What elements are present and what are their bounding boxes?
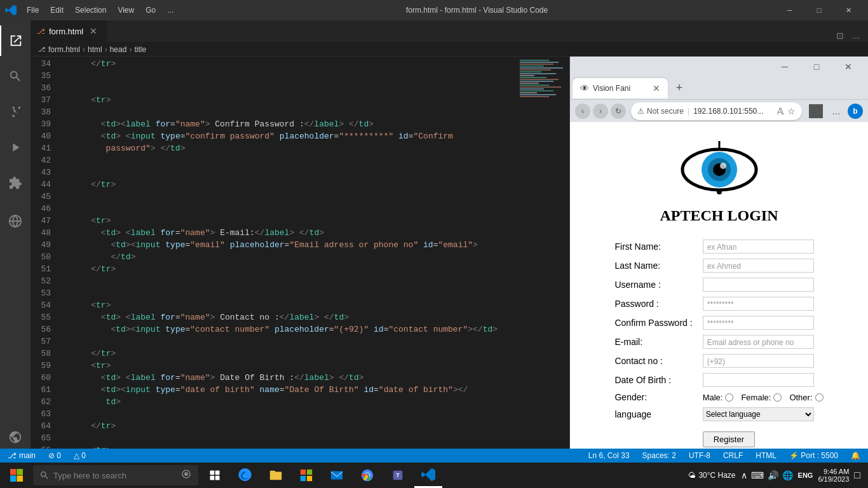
female-radio[interactable] [773, 393, 782, 402]
code-content[interactable]: </tr> <tr> <td><label for="name"> Confir… [61, 57, 569, 488]
taskbar-mail[interactable] [323, 463, 351, 488]
menu-go[interactable]: Go [140, 4, 161, 16]
forward-button[interactable]: › [593, 104, 608, 119]
spaces: Spaces: 2 [642, 451, 676, 460]
clock[interactable]: 9:46 AM 6/19/2023 [818, 468, 849, 483]
register-button[interactable]: Register [703, 431, 755, 447]
breadcrumb-file[interactable]: ⎇ form.html [38, 45, 80, 54]
login-title: APTECH LOGIN [660, 207, 778, 224]
dob-input[interactable] [703, 373, 814, 387]
browser-minimize-btn[interactable]: ─ [770, 57, 799, 77]
more-actions-button[interactable]: … [849, 29, 863, 42]
line-ending-item[interactable]: CRLF [721, 451, 745, 460]
activity-remote[interactable] [0, 206, 31, 236]
browser-close-btn[interactable]: ✕ [834, 57, 863, 77]
network-icon[interactable]: 🌐 [782, 470, 793, 480]
minimap[interactable] [519, 57, 569, 488]
first-name-input[interactable] [703, 240, 814, 254]
activity-source-control[interactable] [0, 97, 31, 127]
confirm-password-input[interactable] [703, 316, 814, 330]
bookmark-icon[interactable]: ☆ [787, 106, 796, 116]
chevron-up-icon[interactable]: ∧ [741, 470, 747, 480]
other-radio[interactable] [815, 393, 824, 402]
taskbar-edge[interactable] [231, 463, 259, 488]
weather-info[interactable]: 🌤 30°C Haze [688, 471, 735, 480]
split-editor-button[interactable]: ⊡ [834, 29, 846, 42]
keyboard-icon[interactable]: ⌨ [751, 470, 764, 480]
breadcrumb-title[interactable]: title [134, 45, 146, 54]
browser-tab-vision-fani[interactable]: 👁 Vision Fani ✕ [573, 78, 668, 98]
back-button[interactable]: ‹ [575, 104, 590, 119]
more-button[interactable]: … [827, 102, 845, 120]
port-item[interactable]: ⚡ Port : 5500 [787, 451, 841, 460]
profile-button[interactable] [807, 102, 825, 120]
svg-point-9 [184, 472, 188, 476]
git-branch-icon: ⎇ [8, 451, 17, 460]
activity-extensions[interactable] [0, 168, 31, 198]
notifications-item[interactable]: 🔔 [848, 451, 863, 460]
status-right: Ln 6, Col 33 Spaces: 2 UTF-8 CRLF HTML ⚡… [586, 451, 863, 460]
language-indicator[interactable]: ENG [798, 471, 813, 479]
warnings-item[interactable]: △ 0 [71, 451, 88, 460]
last-name-input[interactable] [703, 259, 814, 273]
cursor-position-item[interactable]: Ln 6, Col 33 [586, 451, 632, 460]
menu-edit[interactable]: Edit [45, 4, 69, 16]
taskbar-task-view[interactable] [201, 463, 229, 488]
email-input[interactable] [703, 335, 814, 349]
encoding-item[interactable]: UTF-8 [686, 451, 713, 460]
code-line: <td> <label for="name"> Date Of Birth :<… [71, 372, 569, 384]
close-button[interactable]: ✕ [834, 0, 863, 20]
taskbar-vscode[interactable] [414, 463, 442, 488]
taskbar-search[interactable]: Type here to search [33, 465, 198, 485]
minimize-button[interactable]: ─ [775, 0, 804, 20]
username-label: Username : [609, 275, 697, 294]
eye-logo [675, 135, 764, 198]
activity-run[interactable] [0, 132, 31, 163]
last-name-label: Last Name: [609, 256, 697, 275]
reload-button[interactable]: ↻ [611, 104, 626, 119]
menu-file[interactable]: File [22, 4, 44, 16]
code-line: <tr> [71, 360, 569, 372]
taskbar-store[interactable] [292, 463, 320, 488]
browser-maximize-btn[interactable]: □ [802, 57, 831, 77]
password-input[interactable] [703, 297, 814, 311]
code-line [71, 336, 569, 348]
menu-selection[interactable]: Selection [70, 4, 111, 16]
new-tab-button[interactable]: + [670, 79, 688, 97]
code-editor[interactable]: 3435363738 3940 4142 4344454647 48495051… [31, 57, 569, 488]
language-select[interactable]: Select language English Urdu Arabic [703, 407, 814, 421]
tab-form-html[interactable]: ⎇ form.html ✕ [31, 20, 107, 42]
activity-search[interactable] [0, 61, 31, 92]
taskbar-chrome[interactable] [353, 463, 381, 488]
menu-more[interactable]: ... [162, 4, 179, 16]
menu-view[interactable]: View [112, 4, 139, 16]
tab-close-button[interactable]: ✕ [90, 26, 97, 36]
breadcrumb-html[interactable]: html [88, 45, 102, 54]
git-branch-item[interactable]: ⎇ main [5, 451, 38, 460]
username-input[interactable] [703, 278, 814, 292]
read-aloud-icon[interactable]: 𝔸 [777, 106, 783, 116]
address-bar[interactable]: ⚠ Not secure | 192.168.0.101:550... 𝔸 ☆ [631, 102, 802, 120]
volume-icon[interactable]: 🔊 [768, 470, 778, 480]
notification-center-icon[interactable]: □ [854, 470, 860, 481]
errors-item[interactable]: ⊘ 0 [46, 451, 64, 460]
start-button[interactable] [3, 463, 31, 488]
language-select-cell: Select language English Urdu Arabic [698, 405, 829, 424]
code-line [71, 166, 569, 179]
browser-tab-close[interactable]: ✕ [653, 83, 660, 93]
language-item[interactable]: HTML [753, 451, 779, 460]
breadcrumb-head[interactable]: head [110, 45, 127, 54]
git-branch-name: main [19, 451, 36, 460]
taskbar-file-explorer[interactable] [262, 463, 290, 488]
last-name-row: Last Name: [609, 256, 828, 275]
male-radio[interactable] [725, 393, 733, 402]
activity-accounts[interactable] [0, 422, 31, 452]
spaces-item[interactable]: Spaces: 2 [640, 451, 679, 460]
bing-icon[interactable]: b [848, 104, 863, 119]
maximize-button[interactable]: □ [804, 0, 834, 20]
contact-input[interactable] [703, 354, 814, 368]
taskbar-teams[interactable]: T [384, 463, 412, 488]
activity-explorer[interactable] [0, 25, 31, 56]
warning-icon: ⚠ [637, 107, 644, 116]
password-row: Password : [609, 294, 828, 313]
